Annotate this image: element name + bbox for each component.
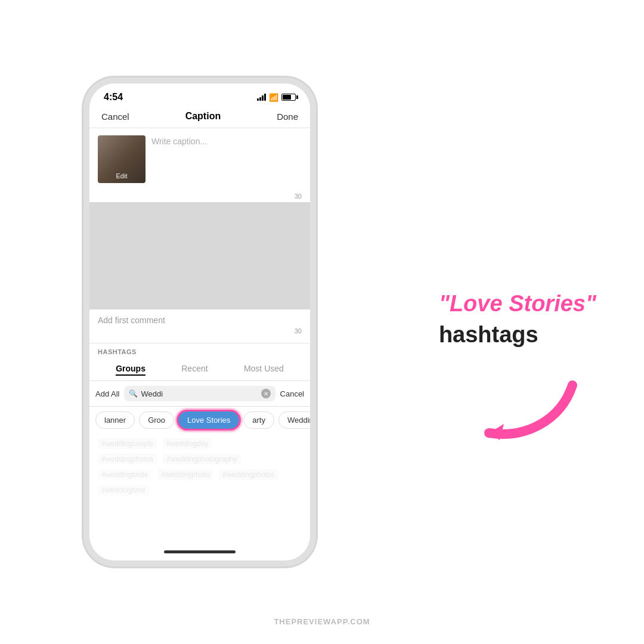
chip-wedding[interactable]: Wedding [278,411,310,429]
hashtag-row: #weddingtime [98,485,302,496]
chip-groom[interactable]: Groo [139,411,174,429]
tab-groups[interactable]: Groups [116,363,145,376]
arrow-container [477,373,584,459]
signal-icon [257,94,266,101]
tab-most-used[interactable]: Most Used [244,363,284,376]
photo-thumbnail[interactable]: Edit [98,135,145,183]
search-clear-button[interactable]: ✕ [261,389,271,398]
done-button[interactable]: Done [277,112,298,122]
search-input[interactable]: Weddi [141,389,258,398]
phone-shell: 4:54 📶 Cancel Caption Done [83,78,316,566]
battery-icon [281,94,296,101]
search-icon: 🔍 [129,389,138,398]
hashtag-row: #weddingphotos #weddingphotography [98,454,302,465]
nav-bar: Cancel Caption Done [89,106,310,128]
photo-edit-label: Edit [116,172,128,179]
caption-placeholder: Write caption... [151,137,207,146]
chip-party[interactable]: arty [243,411,274,429]
hashtags-tab-bar: Groups Recent Most Used [89,358,310,381]
hashtag-item[interactable]: #weddingphotos [98,454,157,465]
page-title: Caption [185,111,221,122]
brand-footer: THEPREVIEWAPP.COM [274,617,370,626]
hashtags-section-label: HASHTAGS [89,343,310,358]
chip-planner[interactable]: lanner [95,411,135,429]
gray-placeholder [89,202,310,309]
caption-area: Edit Write caption... [89,128,310,190]
home-indicator [164,550,236,553]
hashtag-item[interactable]: #weddingtime [98,485,149,496]
arrow-icon [477,373,584,457]
annotation-hashtags: hashtags [439,321,538,348]
comment-char-count: 30 [98,325,302,337]
hashtag-item[interactable]: #weddingphotos [219,469,278,480]
hashtag-list: #weddingcouple #weddingday #weddingphoto… [89,434,310,550]
caption-input[interactable]: Write caption... [151,135,302,183]
tab-recent[interactable]: Recent [181,363,208,376]
comment-section[interactable]: Add first comment 30 [89,309,310,343]
status-bar: 4:54 📶 [89,83,310,106]
hashtag-item[interactable]: #weddingphotography [163,454,240,465]
hashtag-item[interactable]: #weddingday [163,438,212,449]
chip-love-stories[interactable]: Love Stories [178,411,239,429]
hashtag-row: #weddingcouple #weddingday [98,438,302,449]
status-time: 4:54 [104,92,123,103]
search-cancel-button[interactable]: Cancel [280,389,304,398]
hashtag-item[interactable]: #weddingbride [98,469,151,480]
phone-screen: 4:54 📶 Cancel Caption Done [89,83,310,561]
comment-placeholder: Add first comment [98,315,302,325]
hashtag-row: #weddingbride #weddingphoto #weddingphot… [98,469,302,480]
cancel-button[interactable]: Cancel [101,112,129,122]
annotation-quote: "Love Stories" [439,290,596,318]
add-all-button[interactable]: Add All [95,389,119,398]
search-input-wrap[interactable]: 🔍 Weddi ✕ [124,386,275,401]
hashtag-item[interactable]: #weddingcouple [98,438,157,449]
caption-char-count: 30 [89,190,310,202]
annotation: "Love Stories" hashtags [439,290,596,348]
scene: 4:54 📶 Cancel Caption Done [0,0,644,644]
wifi-icon: 📶 [269,93,278,102]
hashtag-item[interactable]: #weddingphoto [157,469,213,480]
search-row: Add All 🔍 Weddi ✕ Cancel [89,381,310,407]
chips-row: lanner Groo Love Stories arty Wedding [89,407,310,434]
status-icons: 📶 [257,93,296,102]
